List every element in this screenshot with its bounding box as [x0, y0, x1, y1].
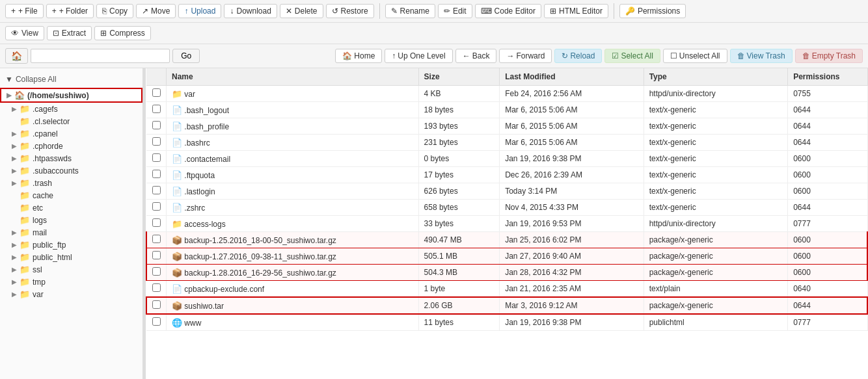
- extract-button[interactable]: ⊡ Extract: [47, 26, 92, 40]
- header-size[interactable]: Size: [418, 68, 500, 86]
- forward-button[interactable]: → Forward: [499, 49, 552, 63]
- table-row[interactable]: 📄 .contactemail 0 bytes Jan 19, 2016 9:3…: [146, 151, 867, 167]
- restore-icon: ↺: [332, 7, 338, 16]
- row-checkbox[interactable]: [152, 170, 161, 178]
- row-size: 505.1 MB: [418, 248, 500, 265]
- table-row[interactable]: 📄 .zshrc 658 bytes Nov 4, 2015 4:33 PM t…: [146, 200, 867, 216]
- row-name[interactable]: 📦 backup-1.28.2016_16-29-56_sushiwo.tar.…: [167, 265, 419, 281]
- table-row[interactable]: 📄 cpbackup-exclude.conf 1 byte Jan 21, 2…: [146, 281, 867, 298]
- header-permissions[interactable]: Permissions: [788, 68, 867, 86]
- table-row[interactable]: 📄 .bashrc 231 bytes Mar 6, 2015 5:06 AM …: [146, 135, 867, 151]
- table-row[interactable]: 📄 .ftpquota 17 bytes Dec 26, 2016 2:39 A…: [146, 167, 867, 183]
- collapse-all-button[interactable]: ▼ Collapse All: [0, 72, 142, 86]
- row-checkbox[interactable]: [152, 88, 161, 97]
- table-row[interactable]: 📄 .bash_logout 18 bytes Mar 6, 2015 5:06…: [146, 102, 867, 118]
- header-name[interactable]: Name: [167, 68, 419, 86]
- sidebar-item-cl-selector[interactable]: 📁 .cl.selector: [0, 115, 142, 127]
- unselect-all-button[interactable]: ☐ Unselect All: [663, 49, 727, 63]
- table-row[interactable]: 📦 backup-1.27.2016_09-38-11_sushiwo.tar.…: [146, 248, 867, 265]
- copy-button[interactable]: ⎘ Copy: [96, 4, 133, 18]
- sidebar-item-public-ftp[interactable]: ▶ 📁 public_ftp: [0, 239, 142, 251]
- sidebar-item-cagefs[interactable]: ▶ 📁 .cagefs: [0, 103, 142, 115]
- restore-button[interactable]: ↺ Restore: [326, 4, 374, 18]
- sidebar-item-htpasswds[interactable]: ▶ 📁 .htpasswds: [0, 152, 142, 164]
- header-modified[interactable]: Last Modified: [500, 68, 644, 86]
- row-checkbox[interactable]: [152, 251, 161, 259]
- row-checkbox[interactable]: [152, 186, 161, 194]
- sidebar-item-logs[interactable]: 📁 logs: [0, 214, 142, 226]
- path-input[interactable]: [31, 49, 170, 63]
- row-checkbox[interactable]: [152, 317, 161, 326]
- row-checkbox[interactable]: [152, 283, 161, 292]
- row-name[interactable]: 📄 .bashrc: [167, 135, 419, 151]
- row-name[interactable]: 📄 .bash_logout: [167, 102, 419, 118]
- row-checkbox[interactable]: [152, 137, 161, 146]
- table-row[interactable]: 📄 .lastlogin 626 bytes Today 3:14 PM tex…: [146, 183, 867, 200]
- row-name[interactable]: 🌐 www: [167, 314, 419, 331]
- permissions-button[interactable]: 🔑 Permissions: [619, 4, 686, 18]
- row-checkbox[interactable]: [152, 267, 161, 276]
- table-row[interactable]: 📁 access-logs 33 bytes Jan 19, 2016 9:53…: [146, 216, 867, 232]
- select-all-button[interactable]: ☑ Select All: [604, 49, 660, 63]
- sidebar-item-cache[interactable]: 📁 cache: [0, 189, 142, 202]
- move-button[interactable]: ↗ Move: [136, 4, 176, 18]
- back-button[interactable]: ← Back: [455, 49, 497, 63]
- row-name[interactable]: 📦 backup-1.27.2016_09-38-11_sushiwo.tar.…: [167, 248, 419, 265]
- reload-button[interactable]: ↻ Reload: [554, 49, 602, 63]
- row-name[interactable]: 📄 cpbackup-exclude.conf: [167, 281, 419, 298]
- empty-trash-button[interactable]: 🗑 Empty Trash: [795, 49, 863, 63]
- row-name[interactable]: 📄 .lastlogin: [167, 183, 419, 200]
- html-editor-button[interactable]: ⊞ HTML Editor: [544, 4, 608, 18]
- folder-button[interactable]: + + Folder: [46, 4, 94, 18]
- row-checkbox[interactable]: [152, 121, 161, 129]
- row-checkbox[interactable]: [152, 218, 161, 227]
- code-editor-button[interactable]: ⌨ Code Editor: [475, 4, 541, 18]
- table-row[interactable]: 📄 .bash_profile 193 bytes Mar 6, 2015 5:…: [146, 118, 867, 135]
- row-name[interactable]: 📁 var: [167, 86, 419, 102]
- sidebar-item-var[interactable]: ▶ 📁 var: [0, 288, 142, 300]
- home-icon-button[interactable]: 🏠: [5, 48, 28, 64]
- row-name[interactable]: 📄 .zshrc: [167, 200, 419, 216]
- compress-button[interactable]: ⊞ Compress: [94, 26, 151, 40]
- table-row[interactable]: 📦 backup-1.28.2016_16-29-56_sushiwo.tar.…: [146, 265, 867, 281]
- row-name[interactable]: 📄 .ftpquota: [167, 167, 419, 183]
- table-row[interactable]: 📦 sushiwo.tar 2.06 GB Mar 3, 2016 9:12 A…: [146, 297, 867, 314]
- row-checkbox[interactable]: [152, 300, 161, 309]
- table-row[interactable]: 📁 var 4 KB Feb 24, 2016 2:56 AM httpd/un…: [146, 86, 867, 102]
- sidebar-item-mail[interactable]: ▶ 📁 mail: [0, 226, 142, 239]
- table-row[interactable]: 📦 backup-1.25.2016_18-00-50_sushiwo.tar.…: [146, 232, 867, 248]
- view-button[interactable]: 👁 View: [5, 26, 44, 40]
- row-name[interactable]: 📄 .bash_profile: [167, 118, 419, 135]
- rename-button[interactable]: ✎ Rename: [385, 4, 435, 18]
- row-checkbox[interactable]: [152, 235, 161, 243]
- sidebar-item-ssl[interactable]: ▶ 📁 ssl: [0, 263, 142, 276]
- empty-trash-icon: 🗑: [802, 51, 810, 60]
- sidebar-item-label: public_ftp: [33, 241, 66, 250]
- sidebar-item-home[interactable]: ▶ 🏠 (/home/sushiwo): [0, 88, 142, 103]
- sidebar-item-tmp[interactable]: ▶ 📁 tmp: [0, 276, 142, 288]
- download-button[interactable]: ↓ Download: [224, 4, 277, 18]
- row-checkbox[interactable]: [152, 153, 161, 162]
- row-name[interactable]: 📦 backup-1.25.2016_18-00-50_sushiwo.tar.…: [167, 232, 419, 248]
- up-one-level-button[interactable]: ↑ Up One Level: [385, 49, 452, 63]
- upload-button[interactable]: ↑ Upload: [178, 4, 221, 18]
- sidebar-item-public-html[interactable]: ▶ 📁 public_html: [0, 251, 142, 263]
- sidebar-item-subaccounts[interactable]: ▶ 📁 .subaccounts: [0, 164, 142, 177]
- sidebar-item-cpanel[interactable]: ▶ 📁 .cpanel: [0, 127, 142, 140]
- row-checkbox[interactable]: [152, 202, 161, 211]
- sidebar-item-etc[interactable]: 📁 etc: [0, 202, 142, 214]
- header-type[interactable]: Type: [644, 68, 787, 86]
- home-button[interactable]: 🏠 Home: [335, 49, 382, 63]
- edit-button[interactable]: ✏ Edit: [438, 4, 472, 18]
- sidebar-item-cphorde[interactable]: ▶ 📁 .cphorde: [0, 140, 142, 152]
- file-button[interactable]: + + File: [5, 4, 44, 18]
- view-trash-button[interactable]: 🗑 View Trash: [730, 49, 793, 63]
- table-row[interactable]: 🌐 www 11 bytes Jan 19, 2016 9:38 PM publ…: [146, 314, 867, 331]
- row-name[interactable]: 📁 access-logs: [167, 216, 419, 232]
- go-button[interactable]: Go: [172, 49, 200, 63]
- row-name[interactable]: 📦 sushiwo.tar: [167, 297, 419, 314]
- row-name[interactable]: 📄 .contactemail: [167, 151, 419, 167]
- row-checkbox[interactable]: [152, 105, 161, 113]
- delete-button[interactable]: ✕ Delete: [280, 4, 323, 18]
- sidebar-item-trash[interactable]: ▶ 📁 .trash: [0, 177, 142, 189]
